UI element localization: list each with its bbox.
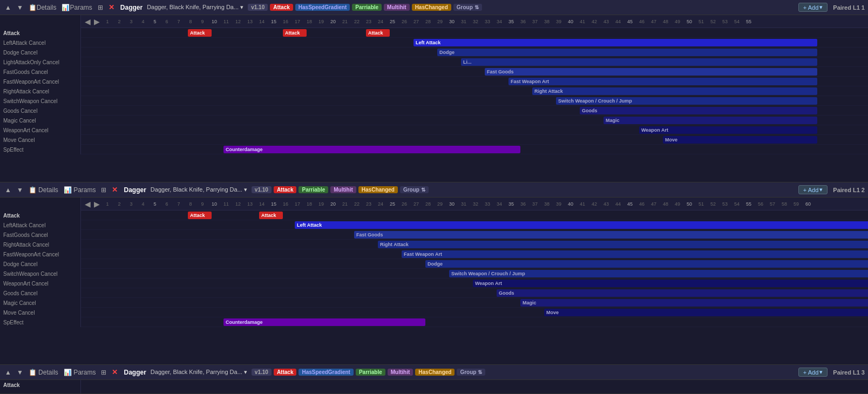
panel1-attack-badge[interactable]: Attack (270, 4, 293, 11)
bar-attack[interactable]: Attack (283, 29, 307, 37)
panel1-group-badge[interactable]: Group ⇅ (453, 4, 482, 11)
timeline-row-4: Fast Weapon Art (81, 249, 868, 259)
bar-attack[interactable]: Attack (259, 212, 283, 219)
panel1-label-magic: Magic Cancel (0, 116, 80, 125)
panel3-down-btn[interactable]: ▼ (15, 368, 25, 377)
frame-num-24: 24 (375, 19, 386, 24)
panel3-parriable-badge[interactable]: Parriable (356, 369, 385, 376)
panel3-changed-badge[interactable]: HasChanged (415, 369, 455, 376)
bar-switch-weapon-/-crouch-/-jump[interactable]: Switch Weapon / Crouch / Jump (449, 270, 868, 277)
frame-num-58: 58 (778, 201, 790, 207)
frame-num-43: 43 (600, 19, 612, 24)
panel3-labels-area: Attack (0, 380, 81, 393)
panel1-weapon-dropdown[interactable]: Dagger, Black Knife, Parrying Da... ▾ (147, 4, 243, 11)
panel2-multihit-badge[interactable]: Multihit (330, 186, 356, 193)
panel1-down-btn[interactable]: ▼ (15, 3, 25, 12)
bar-magic[interactable]: Magic (520, 299, 868, 307)
panel1-changed-badge[interactable]: HasChanged (412, 4, 451, 11)
panel3-close-btn[interactable]: ✕ (110, 368, 119, 377)
bar-dodge[interactable]: Dodge (437, 49, 817, 56)
bar-left-attack[interactable]: Left Attack (295, 221, 868, 229)
panel3-grid-btn[interactable]: ⊞ (99, 368, 108, 377)
panel1-nav-left[interactable]: ◀ (83, 17, 92, 26)
frame-num-47: 47 (648, 201, 660, 207)
bar-li...[interactable]: Li... (461, 58, 817, 66)
panel1-grid-btn[interactable]: ⊞ (96, 3, 105, 12)
panel1-params-tab[interactable]: 📊 Params (60, 3, 93, 12)
panel2-close-btn[interactable]: ✕ (110, 185, 119, 194)
panel3-details-tab[interactable]: 📋 Details (27, 368, 60, 377)
panel2-timeline-scroll[interactable]: ◀ ▶ 123456789101112131415161718192021222… (81, 198, 868, 327)
panel2-params-tab[interactable]: 📊 Params (62, 186, 98, 194)
bar-counterdamage[interactable]: Counterdamage (223, 146, 520, 153)
bar-fast-weapon-art[interactable]: Fast Weapon Art (402, 250, 868, 258)
panel2-down-btn[interactable]: ▼ (15, 186, 25, 194)
panel2-rows: AttackAttackLeft AttackFast GoodsRight A… (81, 210, 868, 327)
bar-right-attack[interactable]: Right Attack (532, 87, 817, 95)
bar-fast-weapon-art[interactable]: Fast Weapon Art (508, 78, 817, 85)
frame-num-34: 34 (493, 19, 505, 24)
frame-num-51: 51 (695, 201, 707, 207)
bar-attack[interactable]: Attack (188, 212, 212, 219)
timeline-row-5: Fast Weapon Art (81, 77, 868, 86)
panel1-close-btn[interactable]: ✕ (107, 3, 116, 12)
panel1-speed-badge[interactable]: HasSpeedGradient (295, 4, 350, 11)
panel3-attack-badge[interactable]: Attack (274, 369, 297, 376)
frame-num-6: 6 (161, 201, 173, 207)
panel1-frames-row: 1234567891011121314151617181920212223242… (101, 19, 755, 24)
frame-num-45: 45 (624, 19, 636, 24)
frame-num-52: 52 (707, 19, 719, 24)
panel1-add-btn[interactable]: + Add ▾ (798, 3, 828, 12)
panel2-grid-btn[interactable]: ⊞ (99, 186, 108, 194)
frame-num-60: 60 (802, 201, 814, 207)
panel2-nav-right[interactable]: ▶ (92, 200, 101, 208)
bar-right-attack[interactable]: Right Attack (378, 241, 868, 248)
panel2-nav-left[interactable]: ◀ (83, 200, 92, 208)
panel1-up-btn[interactable]: ▲ (3, 3, 13, 12)
bar-left-attack[interactable]: Left Attack (413, 39, 817, 46)
frame-num-57: 57 (767, 201, 778, 207)
panel1-details-tab[interactable]: 📋 Details (27, 3, 58, 12)
bar-attack[interactable]: Attack (188, 29, 212, 37)
panel3-add-btn[interactable]: + Add ▾ (798, 368, 828, 377)
panel3-group-badge[interactable]: Group ⇅ (457, 369, 485, 376)
timeline-row-7: Switch Weapon / Crouch / Jump (81, 96, 868, 106)
bar-move[interactable]: Move (663, 136, 817, 144)
bar-fast-goods[interactable]: Fast Goods (354, 231, 868, 239)
panel1-multihit-badge[interactable]: Multihit (384, 4, 410, 11)
bar-weapon-art[interactable]: Weapon Art (473, 280, 868, 287)
frame-num-12: 12 (232, 19, 244, 24)
bar-fast-goods[interactable]: Fast Goods (485, 68, 817, 76)
toolbar-panel-3: ▲ ▼ 📋 Details 📊 Params ⊞ ✕ Dagger Dagger… (0, 365, 868, 380)
bar-magic[interactable]: Magic (603, 117, 817, 124)
panel2-label-dodgecancel: Dodge Cancel (0, 259, 80, 269)
panel3-speed-badge[interactable]: HasSpeedGradient (299, 369, 353, 376)
panel2-parriable-badge[interactable]: Parriable (299, 186, 328, 193)
bar-dodge[interactable]: Dodge (425, 260, 868, 268)
bar-move[interactable]: Move (544, 309, 868, 316)
timeline-row-0: AttackAttack (81, 210, 868, 220)
panel3-multihit-badge[interactable]: Multihit (388, 369, 413, 376)
bar-goods[interactable]: Goods (580, 107, 817, 114)
panel1-parriable-badge[interactable]: Parriable (352, 4, 382, 11)
panel2-up-btn[interactable]: ▲ (3, 186, 13, 194)
panel3-up-btn[interactable]: ▲ (3, 368, 13, 377)
bar-switch-weapon-/-crouch-/-jump[interactable]: Switch Weapon / Crouch / Jump (556, 97, 817, 105)
panel2-attack-badge[interactable]: Attack (274, 186, 297, 193)
panel2-version-badge: v1.10 (252, 186, 272, 193)
frame-num-15: 15 (268, 19, 280, 24)
panel3-params-tab[interactable]: 📊 Params (62, 368, 98, 377)
bar-counterdamage[interactable]: Counterdamage (223, 318, 425, 326)
bar-goods[interactable]: Goods (497, 289, 868, 297)
panel1-timeline-scroll[interactable]: ◀ ▶ 123456789101112131415161718192021222… (81, 15, 868, 154)
panel2-changed-badge[interactable]: HasChanged (358, 186, 398, 193)
panel2-details-tab[interactable]: 📋 Details (27, 186, 60, 194)
panel3-weapon-dropdown[interactable]: Dagger, Black Knife, Parrying Da... ▾ (151, 369, 247, 376)
panel2-group-badge[interactable]: Group ⇅ (400, 186, 429, 193)
frame-num-55: 55 (743, 201, 755, 207)
panel1-nav-right[interactable]: ▶ (92, 17, 101, 26)
bar-attack[interactable]: Attack (366, 29, 390, 37)
bar-weapon-art[interactable]: Weapon Art (639, 126, 817, 134)
panel2-add-btn[interactable]: + Add ▾ (798, 185, 828, 194)
panel2-weapon-dropdown[interactable]: Dagger, Black Knife, Parrying Da... ▾ (151, 186, 247, 193)
